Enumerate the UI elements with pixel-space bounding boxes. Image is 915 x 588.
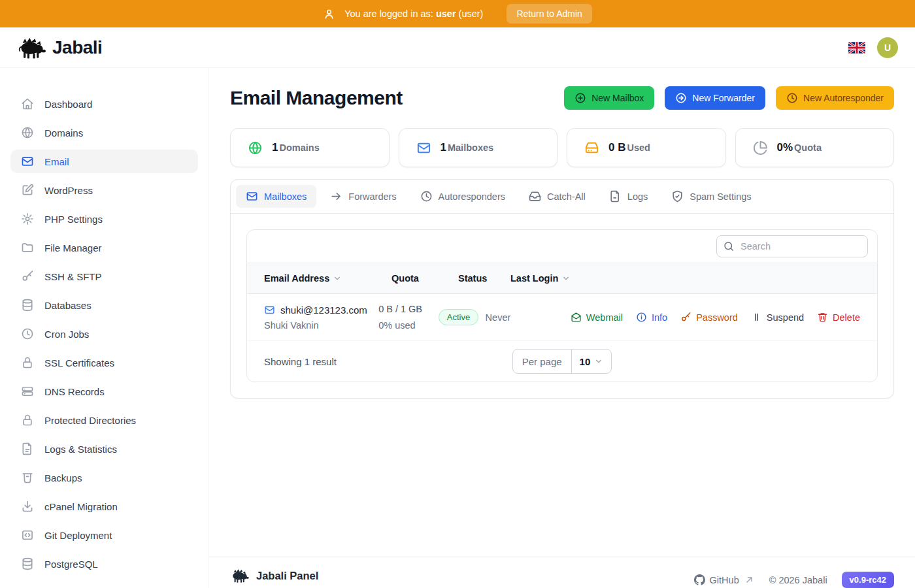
column-label: Quota bbox=[391, 273, 419, 284]
page-header: Email Management New Mailbox New Forward… bbox=[230, 86, 894, 110]
sidebar-item-domains[interactable]: Domains bbox=[10, 121, 198, 144]
github-link[interactable]: GitHub bbox=[694, 574, 755, 585]
clock-icon bbox=[21, 327, 34, 340]
stat-card-quota: 0%Quota bbox=[735, 128, 895, 167]
logged-in-role: (user) bbox=[459, 8, 484, 19]
button-label: New Autoresponder bbox=[803, 93, 884, 103]
cell-quota: 0 B / 1 GB 0% used bbox=[378, 304, 439, 331]
sidebar-item-databases[interactable]: Databases bbox=[10, 293, 198, 317]
main-area: Email Management New Mailbox New Forward… bbox=[209, 68, 915, 588]
stat-value: 1 bbox=[272, 141, 278, 154]
user-icon bbox=[323, 8, 335, 20]
sidebar-item-file-manager[interactable]: File Manager bbox=[10, 236, 198, 259]
password-button[interactable]: Password bbox=[680, 312, 738, 323]
tab-forwarders[interactable]: Forwarders bbox=[320, 185, 406, 208]
plus-circle-icon bbox=[574, 92, 586, 104]
new-mailbox-button[interactable]: New Mailbox bbox=[564, 86, 654, 110]
sidebar-item-logs-statistics[interactable]: Logs & Statistics bbox=[10, 437, 198, 461]
per-page-label: Per page bbox=[513, 350, 572, 373]
sidebar-item-dashboard[interactable]: Dashboard bbox=[10, 92, 198, 116]
column-label: Last Login bbox=[510, 273, 558, 284]
new-forwarder-button[interactable]: New Forwarder bbox=[665, 86, 765, 110]
download-icon bbox=[21, 500, 34, 513]
user-avatar[interactable]: U bbox=[877, 37, 898, 58]
sidebar-item-dns-records[interactable]: DNS Records bbox=[10, 380, 198, 403]
edit-icon bbox=[21, 184, 34, 197]
sidebar-item-postgresql[interactable]: PostgreSQL bbox=[10, 552, 198, 576]
brand-logo[interactable]: Jabali bbox=[17, 35, 102, 60]
per-page-select[interactable]: 10 bbox=[572, 350, 612, 373]
suspend-button[interactable]: Suspend bbox=[751, 312, 804, 323]
stat-label: Used bbox=[627, 142, 650, 153]
webmail-button[interactable]: Webmail bbox=[571, 312, 623, 323]
sidebar-item-php-settings[interactable]: PHP Settings bbox=[10, 207, 198, 231]
boar-logo-icon bbox=[17, 35, 47, 60]
github-label: GitHub bbox=[710, 575, 739, 585]
column-status: Status bbox=[458, 273, 510, 284]
button-label: New Mailbox bbox=[591, 93, 644, 103]
tab-label: Forwarders bbox=[348, 191, 396, 202]
github-icon bbox=[694, 574, 705, 585]
tab-spam-settings[interactable]: Spam Settings bbox=[661, 185, 761, 208]
table-header: Email Address Quota Status Last Login bbox=[247, 263, 877, 294]
tab-mailboxes[interactable]: Mailboxes bbox=[236, 185, 316, 208]
globe-icon bbox=[21, 126, 34, 139]
stat-card-domains: 1Domains bbox=[230, 128, 390, 167]
sidebar-item-label: WordPress bbox=[44, 185, 93, 196]
table-row: shuki@123123.com Shuki Vaknin 0 B / 1 GB… bbox=[247, 294, 877, 341]
delete-button[interactable]: Delete bbox=[817, 312, 860, 323]
action-label: Info bbox=[652, 312, 667, 323]
sidebar-item-email[interactable]: Email bbox=[10, 150, 198, 173]
sidebar-item-protected-directories[interactable]: Protected Directories bbox=[10, 408, 198, 432]
sidebar-item-label: cPanel Migration bbox=[44, 501, 118, 512]
server-icon bbox=[21, 385, 34, 398]
tab-label: Autoresponders bbox=[439, 191, 505, 202]
mail-icon bbox=[21, 155, 34, 168]
new-autoresponder-button[interactable]: New Autoresponder bbox=[776, 86, 894, 110]
sidebar-nav: Dashboard Domains Email WordPress PHP Se… bbox=[0, 68, 209, 588]
sidebar-item-ssh-sftp[interactable]: SSH & SFTP bbox=[10, 265, 198, 288]
logged-in-prefix: You are logged in as: bbox=[344, 8, 433, 19]
sidebar-item-label: Cron Jobs bbox=[44, 329, 89, 340]
pie-chart-icon bbox=[753, 140, 768, 155]
tab-label: Catch-All bbox=[547, 191, 586, 202]
table-footer: Showing 1 result Per page 10 bbox=[247, 341, 877, 382]
sidebar-item-label: SSL Certificates bbox=[44, 357, 114, 368]
home-icon bbox=[21, 97, 34, 110]
search-box bbox=[716, 235, 868, 257]
sidebar-item-cpanel-migration[interactable]: cPanel Migration bbox=[10, 495, 198, 518]
tab-catch-all[interactable]: Catch-All bbox=[519, 185, 595, 208]
database-icon bbox=[21, 299, 34, 312]
email-address: shuki@123123.com bbox=[280, 304, 367, 316]
info-button[interactable]: Info bbox=[636, 312, 667, 323]
language-flag-icon[interactable] bbox=[848, 42, 865, 54]
sidebar-item-label: Databases bbox=[44, 300, 92, 311]
sidebar-item-cron-jobs[interactable]: Cron Jobs bbox=[10, 322, 198, 346]
sidebar-item-ssl-certificates[interactable]: SSL Certificates bbox=[10, 351, 198, 374]
stats-row: 1Domains 1Mailboxes 0 BUsed 0%Quota bbox=[230, 128, 894, 167]
main-content: Email Management New Mailbox New Forward… bbox=[209, 68, 915, 399]
file-text-icon bbox=[21, 442, 34, 455]
sidebar-item-label: Domains bbox=[44, 127, 83, 139]
sidebar-item-git-deployment[interactable]: Git Deployment bbox=[10, 523, 198, 547]
trash-icon bbox=[817, 312, 828, 323]
sidebar-item-backups[interactable]: Backups bbox=[10, 466, 198, 489]
external-link-icon bbox=[744, 574, 755, 585]
search-input[interactable] bbox=[716, 235, 868, 257]
file-icon bbox=[609, 190, 622, 203]
app-header: Jabali U bbox=[0, 27, 915, 68]
tab-logs[interactable]: Logs bbox=[599, 185, 657, 208]
clock-icon bbox=[420, 190, 433, 203]
impersonation-bar: You are logged in as: user (user) Return… bbox=[0, 0, 915, 27]
page-title: Email Management bbox=[230, 87, 403, 109]
sidebar-item-wordpress[interactable]: WordPress bbox=[10, 178, 198, 202]
action-label: Delete bbox=[833, 312, 860, 323]
column-email-address[interactable]: Email Address bbox=[264, 273, 391, 284]
column-last-login[interactable]: Last Login bbox=[510, 273, 605, 284]
column-label: Status bbox=[458, 273, 487, 284]
tab-autoresponders[interactable]: Autoresponders bbox=[410, 185, 515, 208]
page-actions: New Mailbox New Forwarder New Autorespon… bbox=[564, 86, 894, 110]
sidebar-item-label: Logs & Statistics bbox=[44, 444, 117, 455]
stat-value: 0% bbox=[777, 141, 793, 154]
return-to-admin-button[interactable]: Return to Admin bbox=[507, 4, 591, 24]
